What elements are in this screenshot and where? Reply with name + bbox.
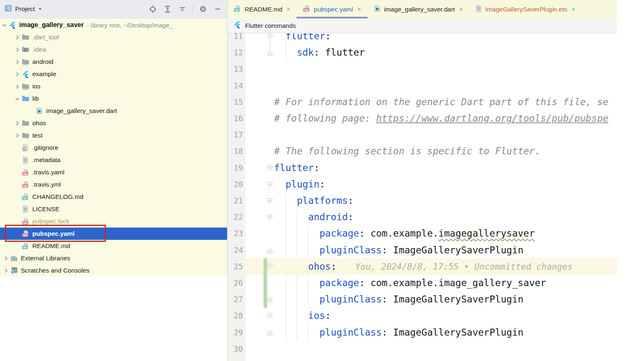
chevron-right-icon[interactable] <box>2 255 10 262</box>
tree-item--travis-yml[interactable]: YML.travis.yml <box>0 178 227 191</box>
code-text[interactable]: # The following section is specific to F… <box>274 143 540 160</box>
code-line-28[interactable]: 28 ios: <box>227 307 617 324</box>
code-text[interactable]: # following page: https://www.dartlang.o… <box>274 110 608 127</box>
code-line-24[interactable]: 24 pluginClass: ImageGallerySaverPlugin <box>227 242 617 259</box>
tree-item-image-gallery-saver-dart[interactable]: image_gallery_saver.dart <box>0 105 227 117</box>
tree-item-example[interactable]: example <box>0 68 227 80</box>
code-line-25[interactable]: 25 ohos:You, 2024/8/8, 17:55 • Uncommitt… <box>227 258 617 275</box>
code-text[interactable]: pluginClass: ImageGallerySaverPlugin <box>274 324 523 341</box>
code-line-29[interactable]: 29 pluginClass: ImageGallerySaverPlugin <box>227 324 617 341</box>
tree-item-pubspec-lock[interactable]: YMLpubspec.lock <box>0 215 227 228</box>
vcs-change-marker[interactable] <box>263 258 267 275</box>
close-icon[interactable]: × <box>286 6 290 13</box>
code-text[interactable]: pluginClass: ImageGallerySaverPlugin <box>274 242 523 259</box>
chevron-down-icon[interactable] <box>37 6 43 12</box>
chevron-down-icon[interactable] <box>0 22 8 29</box>
tab-image-gallery-saver-dart[interactable]: image_gallery_saver.dart× <box>367 0 469 18</box>
fold-open-icon[interactable] <box>267 34 272 41</box>
collapse-all-icon[interactable] <box>178 5 187 14</box>
code-editor[interactable]: 11 flutter:12 sdk: flutter131415# For in… <box>227 33 617 361</box>
code-line-17[interactable]: 17 <box>227 126 617 143</box>
tree-item--dart-tool[interactable]: .dart_tool <box>0 31 227 43</box>
tree-item-external-libraries[interactable]: External Libraries <box>0 252 227 264</box>
chevron-right-icon[interactable] <box>2 267 10 274</box>
fold-open-icon[interactable] <box>267 182 272 189</box>
code-text[interactable]: sdk: flutter <box>274 44 365 61</box>
hide-icon[interactable] <box>213 5 222 14</box>
tree-item--metadata[interactable]: .metadata <box>0 154 227 166</box>
code-line-13[interactable]: 13 <box>227 61 617 77</box>
code-line-23[interactable]: 23 package: com.example.imagegallerysave… <box>227 225 617 242</box>
code-line-21[interactable]: 21 platforms: <box>227 192 617 209</box>
vcs-change-marker[interactable] <box>263 291 267 308</box>
code-line-11[interactable]: 11 flutter: <box>227 33 617 45</box>
code-line-22[interactable]: 22 android: <box>227 209 617 226</box>
chevron-right-icon[interactable] <box>13 59 21 65</box>
code-text[interactable]: platforms: <box>274 192 354 209</box>
chevron-right-icon[interactable] <box>13 132 21 139</box>
tab-imagegallerysaverplugin-ets[interactable]: ImageGallerySaverPlugin.ets× <box>469 0 582 18</box>
close-icon[interactable]: × <box>459 6 463 13</box>
code-line-12[interactable]: 12 sdk: flutter <box>227 44 617 61</box>
tree-item-ohos[interactable]: ohos <box>0 117 227 129</box>
code-text[interactable]: pluginClass: ImageGallerySaverPlugin <box>274 291 523 308</box>
code-line-15[interactable]: 15# For information on the generic Dart … <box>227 94 617 111</box>
project-view-selector[interactable]: Project <box>15 5 35 13</box>
code-line-16[interactable]: 16# following page: https://www.dartlang… <box>227 110 617 127</box>
fold-open-icon[interactable] <box>267 214 272 222</box>
tree-item-ios[interactable]: ios <box>0 80 227 93</box>
tree-item--gitignore[interactable]: .gitignore <box>0 142 227 154</box>
code-text[interactable]: ohos:You, 2024/8/8, 17:55 • Uncommitted … <box>274 258 572 275</box>
chevron-right-icon[interactable] <box>13 83 21 90</box>
tab-readme-md[interactable]: MDREADME.md× <box>227 0 297 18</box>
vcs-change-marker[interactable] <box>263 275 267 291</box>
fold-end-icon[interactable] <box>267 297 272 304</box>
run-configurations-bar[interactable]: Flutter commands <box>227 18 617 33</box>
code-line-30[interactable]: 30 <box>227 341 617 357</box>
chevron-right-icon[interactable] <box>13 46 21 53</box>
settings-gear-icon[interactable]: ⚙︎ <box>198 5 207 14</box>
tree-item-scratches-and-consoles[interactable]: Scratches and Consoles <box>0 264 227 277</box>
code-text[interactable]: package: com.example.imagegallerysaver <box>274 225 535 242</box>
tree-item-test[interactable]: test <box>0 129 227 142</box>
fold-end-icon[interactable] <box>267 50 272 57</box>
code-text[interactable]: ios: <box>274 307 331 324</box>
tree-item-pubspec-yaml[interactable]: YMLpubspec.yaml <box>0 228 227 240</box>
tab-pubspec-yaml[interactable]: YMLpubspec.yaml× <box>297 0 367 18</box>
tree-item-android[interactable]: android <box>0 56 227 68</box>
tree-item-changelog-md[interactable]: MDCHANGELOG.md <box>0 191 227 203</box>
tree-item-lib[interactable]: lib <box>0 93 227 105</box>
code-text[interactable]: flutter: <box>274 33 331 45</box>
code-text[interactable]: android: <box>274 209 354 226</box>
fold-open-icon[interactable] <box>267 313 272 320</box>
chevron-right-icon[interactable] <box>13 34 21 41</box>
tree-item--travis-yaml[interactable]: YML.travis.yaml <box>0 166 227 178</box>
code-text[interactable]: # For information on the generic Dart pa… <box>274 94 608 111</box>
chevron-down-icon[interactable] <box>13 95 21 102</box>
code-text[interactable]: plugin: <box>274 176 325 193</box>
code-line-14[interactable]: 14 <box>227 77 617 94</box>
fold-end-icon[interactable] <box>267 248 272 255</box>
code-text[interactable]: flutter: <box>274 160 320 176</box>
code-line-18[interactable]: 18# The following section is specific to… <box>227 143 617 160</box>
code-line-27[interactable]: 27 pluginClass: ImageGallerySaverPlugin <box>227 291 617 308</box>
chevron-right-icon[interactable] <box>13 120 21 127</box>
code-line-26[interactable]: 26 package: com.example.image_gallery_sa… <box>227 275 617 291</box>
close-icon[interactable]: × <box>357 6 361 13</box>
expand-all-icon[interactable] <box>163 5 172 14</box>
locate-icon[interactable] <box>148 5 157 14</box>
fold-open-icon[interactable] <box>267 198 272 205</box>
code-text[interactable]: package: com.example.image_gallery_saver <box>274 275 546 291</box>
chevron-right-icon[interactable] <box>13 71 21 78</box>
code-line-20[interactable]: 20 plugin: <box>227 176 617 193</box>
tree-item-root[interactable]: image_gallery_saver - library root, ~/De… <box>0 19 227 31</box>
tree-item-license[interactable]: LICENSE <box>0 203 227 215</box>
fold-open-icon[interactable] <box>267 264 272 271</box>
code-line-19[interactable]: 19flutter: <box>227 160 617 176</box>
close-icon[interactable]: × <box>572 6 576 13</box>
fold-open-icon[interactable] <box>267 165 272 173</box>
tree-item-readme-md[interactable]: MDREADME.md <box>0 240 227 252</box>
libraries-icon <box>10 255 18 262</box>
tree-item--idea[interactable]: .idea <box>0 43 227 56</box>
fold-end-icon[interactable] <box>267 330 272 337</box>
